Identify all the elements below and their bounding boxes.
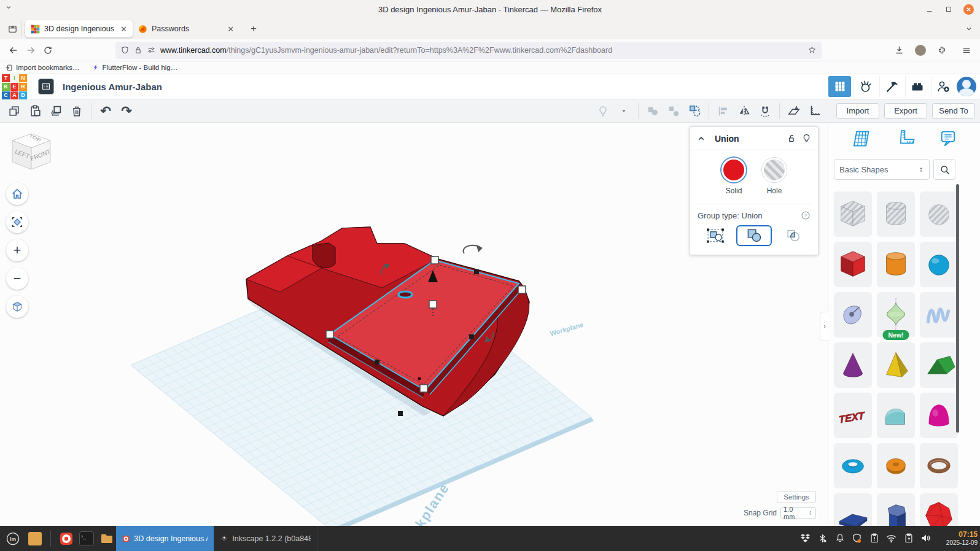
- shape-text[interactable]: TEXT: [834, 393, 872, 438]
- zoom-out-button[interactable]: −: [6, 268, 28, 290]
- notes-tool-icon[interactable]: [938, 129, 958, 148]
- shape-icosahedron[interactable]: [920, 493, 958, 526]
- terminal-launcher[interactable]: ›_: [79, 531, 94, 546]
- tab-passwords[interactable]: Passwords ✕: [133, 20, 243, 37]
- import-button[interactable]: Import: [836, 103, 879, 119]
- volume-icon[interactable]: [919, 532, 932, 545]
- notifications-bell-icon[interactable]: [833, 532, 846, 545]
- new-tab-button[interactable]: +: [251, 23, 257, 35]
- bulb-icon[interactable]: [593, 102, 613, 120]
- shape-torus[interactable]: [834, 443, 872, 488]
- ruler-icon[interactable]: [804, 102, 825, 120]
- design-title[interactable]: Ingenious Amur-Jaban: [63, 82, 162, 92]
- simlab-icon[interactable]: [854, 76, 877, 97]
- mint-menu-button[interactable]: lm: [4, 530, 22, 548]
- group-type-union-button[interactable]: [736, 225, 771, 246]
- clock[interactable]: 07:15 2025-12-09: [938, 530, 978, 546]
- files-launcher[interactable]: [98, 530, 116, 548]
- minecraft-pickaxe-icon[interactable]: [879, 76, 903, 97]
- solid-option[interactable]: Solid: [721, 158, 746, 195]
- shape-polygon[interactable]: [834, 493, 872, 526]
- forward-button[interactable]: [22, 42, 39, 58]
- caret-icon[interactable]: [613, 102, 634, 120]
- firewall-shield-icon[interactable]: [850, 532, 863, 545]
- shape-pyramid[interactable]: [877, 342, 915, 388]
- search-icon[interactable]: [933, 159, 955, 180]
- design-menu-button[interactable]: [38, 79, 54, 94]
- tab-close-icon[interactable]: ✕: [227, 25, 234, 34]
- shape-roof[interactable]: [920, 342, 958, 388]
- list-all-tabs-icon[interactable]: [965, 25, 973, 33]
- dashboard-grid-button[interactable]: [828, 76, 851, 97]
- taskbar-window-tinkercad[interactable]: 3D design Ingenious Amur...: [116, 526, 214, 551]
- mirror-icon[interactable]: [734, 102, 755, 120]
- unlock-icon[interactable]: [786, 133, 796, 144]
- shape-ring[interactable]: [920, 443, 958, 488]
- scrollbar[interactable]: [956, 184, 959, 433]
- shape-hole-cylinder[interactable]: [877, 191, 915, 237]
- design-canvas[interactable]: Workplane Workplane: [0, 123, 828, 526]
- close-button[interactable]: ✕: [963, 4, 974, 15]
- copy-icon[interactable]: [4, 102, 25, 120]
- home-view-button[interactable]: [6, 183, 28, 205]
- snap-grid-select[interactable]: 1.0 mm: [780, 507, 816, 518]
- shape-cylinder[interactable]: [877, 242, 915, 287]
- group-type-intersect-button[interactable]: [776, 225, 811, 246]
- wifi-icon[interactable]: [885, 532, 898, 545]
- taskbar-window-inkscape[interactable]: Inkscape 1.2.2 (b0a84865...: [214, 526, 317, 551]
- export-button[interactable]: Export: [884, 103, 927, 119]
- group-type-separate-button[interactable]: [698, 225, 733, 246]
- shape-sketch[interactable]: [834, 292, 872, 337]
- send-to-button[interactable]: Send To: [932, 103, 975, 119]
- reload-button[interactable]: [39, 42, 56, 58]
- downloads-icon[interactable]: [890, 42, 908, 58]
- shape-round-roof[interactable]: [877, 393, 915, 438]
- group-icon[interactable]: [642, 102, 663, 120]
- shape-cone[interactable]: [834, 342, 872, 388]
- firefox-launcher[interactable]: [57, 530, 76, 548]
- undo-icon[interactable]: ↶: [95, 102, 116, 120]
- minimize-button[interactable]: [924, 4, 934, 14]
- shape-torus-thick[interactable]: [877, 443, 915, 488]
- ruler-tool-icon[interactable]: [895, 128, 916, 149]
- tab-close-icon[interactable]: ✕: [120, 25, 127, 34]
- shape-sphere[interactable]: [920, 242, 958, 287]
- magnet-icon[interactable]: [755, 102, 776, 120]
- editgroup-icon[interactable]: [684, 102, 705, 120]
- bookmark-flutterflow[interactable]: FlutterFlow - Build hig…: [92, 64, 178, 71]
- align-icon[interactable]: [713, 102, 734, 120]
- lock-icon[interactable]: [134, 46, 142, 55]
- shape-paraboloid[interactable]: [920, 393, 958, 438]
- collapse-chevron-icon[interactable]: [696, 134, 706, 144]
- permissions-icon[interactable]: [147, 45, 156, 55]
- hole-option[interactable]: Hole: [762, 158, 787, 195]
- lightbulb-icon[interactable]: [801, 133, 812, 144]
- bookmark-import[interactable]: Import bookmarks…: [5, 64, 80, 72]
- firefox-view-icon[interactable]: [4, 21, 22, 37]
- shape-box[interactable]: [834, 242, 872, 287]
- view-cube[interactable]: TOP LEFT FRONT: [7, 130, 55, 179]
- perspective-toggle-button[interactable]: [6, 296, 28, 318]
- shape-spinning-top[interactable]: New!: [877, 292, 915, 337]
- settings-button[interactable]: Settings: [777, 491, 816, 503]
- back-button[interactable]: [5, 42, 22, 58]
- tracking-shield-icon[interactable]: [120, 45, 130, 55]
- maximize-button[interactable]: [944, 4, 954, 14]
- redo-icon[interactable]: ↷: [116, 102, 137, 120]
- account-icon[interactable]: [915, 45, 926, 56]
- url-bar[interactable]: www.tinkercad.com/things/gC1yusJsmvm-ing…: [115, 42, 822, 59]
- fit-view-button[interactable]: [6, 211, 28, 233]
- paste-icon[interactable]: [25, 102, 45, 120]
- show-desktop-button[interactable]: [26, 530, 44, 548]
- menu-icon[interactable]: [958, 42, 975, 58]
- ungroup-icon[interactable]: [663, 102, 684, 120]
- bookmark-star-icon[interactable]: [807, 45, 817, 55]
- tab-tinkercad[interactable]: 3D design Ingenious Amur-J ✕: [25, 20, 133, 37]
- avatar[interactable]: [957, 77, 976, 96]
- shape-scribble[interactable]: [920, 292, 958, 337]
- zoom-in-button[interactable]: +: [6, 239, 28, 261]
- power-manager-icon[interactable]: [902, 532, 915, 545]
- bluetooth-icon[interactable]: [816, 532, 829, 545]
- collapse-panel-button[interactable]: [820, 312, 828, 341]
- add-student-icon[interactable]: [931, 76, 954, 97]
